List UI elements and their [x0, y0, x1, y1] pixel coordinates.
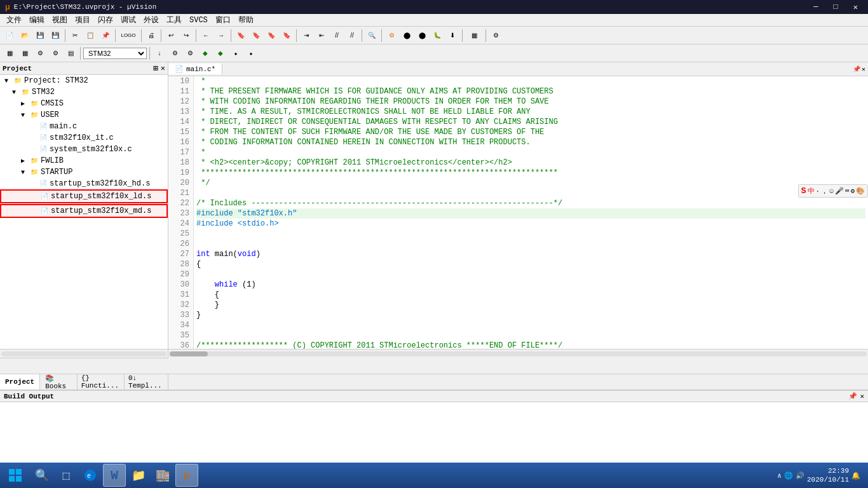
build-output-pin[interactable]: 📌: [848, 392, 857, 400]
tb2-btn7[interactable]: ⚙: [168, 46, 182, 60]
bookmark4-btn[interactable]: 🔖: [280, 29, 294, 43]
ptab-books[interactable]: 📚 Books: [40, 374, 77, 390]
taskbar-uvision[interactable]: µ: [175, 464, 198, 487]
rebuild-btn[interactable]: ⬤: [400, 29, 414, 43]
sogou-keyboard[interactable]: ⌨: [845, 187, 850, 195]
taskbar-explorer[interactable]: 📁: [127, 464, 150, 487]
copy-btn[interactable]: 📋: [83, 29, 97, 43]
menu-file[interactable]: 文件: [3, 15, 25, 25]
menu-flash[interactable]: 闪存: [94, 15, 117, 25]
new-file-btn[interactable]: 📄: [3, 29, 17, 43]
project-hscroll[interactable]: [0, 349, 168, 358]
uncomment-btn[interactable]: //: [345, 29, 359, 43]
save-btn[interactable]: 💾: [33, 29, 47, 43]
tab-main-c[interactable]: 📄 main.c*: [168, 64, 222, 74]
ptab-functi[interactable]: {} Functi...: [78, 374, 125, 390]
tb2-btn9[interactable]: ◆: [198, 46, 212, 60]
build-btn[interactable]: ⚙: [384, 29, 398, 43]
tray-chevron[interactable]: ∧: [777, 471, 782, 480]
ptab-project[interactable]: Project: [0, 374, 40, 390]
sogou-settings[interactable]: ⚙: [850, 187, 855, 195]
menu-edit[interactable]: 编辑: [25, 15, 48, 25]
menu-svcs[interactable]: SVCS: [186, 16, 212, 25]
tb2-btn2[interactable]: ▦: [18, 46, 32, 60]
nav-fwd-btn[interactable]: →: [214, 29, 228, 43]
system-clock[interactable]: 22:39 2020/10/11: [807, 466, 849, 484]
tb2-btn10[interactable]: ◆: [214, 46, 227, 60]
tree-main-c[interactable]: 📄 main.c: [0, 121, 168, 132]
menu-view[interactable]: 视图: [48, 15, 71, 25]
maximize-button[interactable]: □: [829, 3, 843, 12]
download-btn[interactable]: ⬇: [445, 29, 459, 43]
sogou-zh-btn[interactable]: 中: [808, 186, 815, 196]
tree-startup[interactable]: ▼ 📁 STARTUP: [0, 166, 168, 178]
settings-btn[interactable]: ⚙: [489, 29, 503, 43]
tree-root[interactable]: ▼ 📁 Project: STM32: [0, 75, 168, 86]
menu-window[interactable]: 窗口: [212, 15, 234, 25]
taskbar-task-view[interactable]: ⬚: [55, 464, 78, 487]
code-area[interactable]: 1011121314151617181920212223242526272829…: [168, 76, 868, 349]
debug-btn[interactable]: 🐛: [430, 29, 444, 43]
build-output-close[interactable]: ✕: [860, 392, 864, 400]
tree-startup-hd[interactable]: 📄 startup_stm32f10x_hd.s: [0, 178, 168, 189]
tb2-btn8[interactable]: ⚙: [183, 46, 197, 60]
print-btn[interactable]: 🖨: [144, 29, 158, 43]
taskbar-edge[interactable]: e: [79, 464, 102, 487]
close-button[interactable]: ✕: [848, 3, 863, 12]
target-select[interactable]: STM32: [83, 48, 147, 59]
indent2-btn[interactable]: ⇤: [315, 29, 329, 43]
menu-peripheral[interactable]: 外设: [140, 15, 163, 25]
tree-stm32[interactable]: ▼ 📁 STM32: [0, 86, 168, 98]
logo-btn[interactable]: LOGO: [118, 29, 139, 43]
ptab-templ[interactable]: 0↓ Templ...: [125, 374, 168, 390]
undo-btn[interactable]: ↩: [164, 29, 178, 43]
editor-hscroll[interactable]: [168, 349, 868, 358]
tree-it-c[interactable]: 📄 stm32f10x_it.c: [0, 132, 168, 144]
tb2-btn1[interactable]: ▦: [3, 46, 17, 60]
tree-user[interactable]: ▼ 📁 USER: [0, 109, 168, 121]
minimize-button[interactable]: ─: [808, 3, 823, 12]
search-btn[interactable]: 🔍: [365, 29, 379, 43]
comment-btn[interactable]: //: [330, 29, 344, 43]
tree-fwlib[interactable]: ▶ 📁 FWLIB: [0, 155, 168, 166]
sogou-emoji[interactable]: ☺: [829, 187, 834, 195]
save-all-btn[interactable]: 💾: [48, 29, 62, 43]
open-btn[interactable]: 📂: [18, 29, 32, 43]
window-btn[interactable]: ▦: [465, 29, 483, 43]
tb2-btn6[interactable]: ↓: [153, 46, 166, 60]
menu-debug[interactable]: 调试: [117, 15, 140, 25]
tray-notify[interactable]: 🔔: [851, 471, 860, 480]
project-panel-close[interactable]: ✕: [161, 64, 165, 73]
tb2-btn3[interactable]: ⚙: [33, 46, 47, 60]
paste-btn[interactable]: 📌: [98, 29, 112, 43]
sogou-skin[interactable]: 🎨: [856, 187, 865, 195]
bookmark3-btn[interactable]: 🔖: [264, 29, 278, 43]
menu-project[interactable]: 项目: [71, 15, 94, 25]
code-content[interactable]: * * THE PRESENT FIRMWARE WHICH IS FOR GU…: [194, 76, 868, 349]
tab-pin-icon[interactable]: 📌: [853, 65, 860, 73]
taskbar-search[interactable]: 🔍: [31, 464, 53, 487]
cut-btn[interactable]: ✂: [68, 29, 82, 43]
tree-cmsis[interactable]: ▶ 📁 CMSIS: [0, 98, 168, 109]
tree-system-c[interactable]: 📄 system_stm32f10x.c: [0, 144, 168, 155]
tray-volume[interactable]: 🔊: [796, 471, 804, 480]
sogou-mic[interactable]: 🎤: [835, 187, 844, 195]
redo-btn[interactable]: ↪: [179, 29, 193, 43]
tb2-btn11[interactable]: ⬥: [229, 46, 243, 60]
tray-network[interactable]: 🌐: [784, 471, 793, 480]
bookmark-btn[interactable]: 🔖: [234, 29, 248, 43]
tb2-btn4[interactable]: ⚙: [48, 46, 62, 60]
stop-btn[interactable]: ⬤: [415, 29, 429, 43]
nav-back-btn[interactable]: ←: [199, 29, 213, 43]
tree-startup-ld[interactable]: 📄 startup_stm32f10x_ld.s: [0, 189, 168, 203]
tb2-btn5[interactable]: ▤: [64, 46, 78, 60]
indent-btn[interactable]: ⇥: [299, 29, 313, 43]
tb2-btn12[interactable]: ⬥: [244, 46, 258, 60]
project-panel-icon1[interactable]: ⊞: [154, 64, 158, 73]
tree-startup-md[interactable]: 📄 startup_stm32f10x_md.s: [0, 204, 168, 218]
bookmark2-btn[interactable]: 🔖: [249, 29, 263, 43]
taskbar-word[interactable]: W: [103, 464, 126, 487]
taskbar-store[interactable]: 🏬: [151, 464, 174, 487]
menu-tools[interactable]: 工具: [163, 15, 186, 25]
start-button[interactable]: [3, 464, 28, 487]
